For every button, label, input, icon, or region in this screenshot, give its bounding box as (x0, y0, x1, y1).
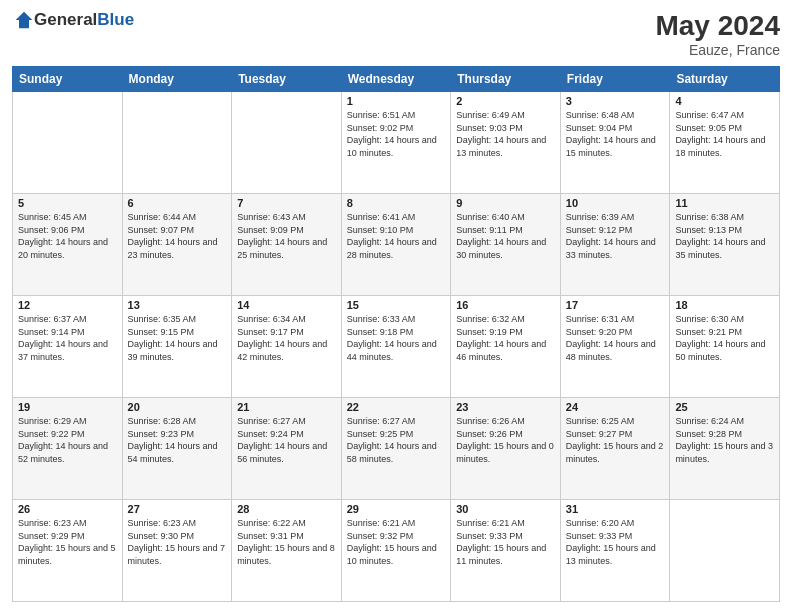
sunrise-text: Sunrise: 6:27 AM (347, 415, 446, 428)
sunset-text: Sunset: 9:19 PM (456, 326, 555, 339)
logo-icon (14, 10, 34, 30)
calendar-cell: 25Sunrise: 6:24 AMSunset: 9:28 PMDayligh… (670, 398, 780, 500)
sunset-text: Sunset: 9:03 PM (456, 122, 555, 135)
cell-content: Sunrise: 6:21 AMSunset: 9:32 PMDaylight:… (347, 517, 446, 567)
sunrise-text: Sunrise: 6:47 AM (675, 109, 774, 122)
calendar-cell: 30Sunrise: 6:21 AMSunset: 9:33 PMDayligh… (451, 500, 561, 602)
day-number: 4 (675, 95, 774, 107)
daylight-text: Daylight: 15 hours and 13 minutes. (566, 542, 665, 567)
logo: GeneralBlue (12, 10, 134, 30)
cell-content: Sunrise: 6:26 AMSunset: 9:26 PMDaylight:… (456, 415, 555, 465)
cell-content: Sunrise: 6:23 AMSunset: 9:30 PMDaylight:… (128, 517, 227, 567)
sunrise-text: Sunrise: 6:49 AM (456, 109, 555, 122)
calendar-cell: 9Sunrise: 6:40 AMSunset: 9:11 PMDaylight… (451, 194, 561, 296)
title-block: May 2024 Eauze, France (655, 10, 780, 58)
calendar-cell: 20Sunrise: 6:28 AMSunset: 9:23 PMDayligh… (122, 398, 232, 500)
daylight-text: Daylight: 15 hours and 5 minutes. (18, 542, 117, 567)
calendar-week-row: 1Sunrise: 6:51 AMSunset: 9:02 PMDaylight… (13, 92, 780, 194)
calendar-cell: 11Sunrise: 6:38 AMSunset: 9:13 PMDayligh… (670, 194, 780, 296)
sunset-text: Sunset: 9:04 PM (566, 122, 665, 135)
day-number: 10 (566, 197, 665, 209)
day-number: 22 (347, 401, 446, 413)
daylight-text: Daylight: 14 hours and 52 minutes. (18, 440, 117, 465)
day-number: 9 (456, 197, 555, 209)
day-number: 2 (456, 95, 555, 107)
calendar-cell: 10Sunrise: 6:39 AMSunset: 9:12 PMDayligh… (560, 194, 670, 296)
daylight-text: Daylight: 14 hours and 15 minutes. (566, 134, 665, 159)
sunrise-text: Sunrise: 6:31 AM (566, 313, 665, 326)
sunrise-text: Sunrise: 6:38 AM (675, 211, 774, 224)
weekday-header-cell: Sunday (13, 67, 123, 92)
calendar-cell: 6Sunrise: 6:44 AMSunset: 9:07 PMDaylight… (122, 194, 232, 296)
sunset-text: Sunset: 9:25 PM (347, 428, 446, 441)
sunrise-text: Sunrise: 6:40 AM (456, 211, 555, 224)
day-number: 12 (18, 299, 117, 311)
cell-content: Sunrise: 6:21 AMSunset: 9:33 PMDaylight:… (456, 517, 555, 567)
weekday-header-cell: Tuesday (232, 67, 342, 92)
sunrise-text: Sunrise: 6:29 AM (18, 415, 117, 428)
calendar-week-row: 5Sunrise: 6:45 AMSunset: 9:06 PMDaylight… (13, 194, 780, 296)
sunset-text: Sunset: 9:27 PM (566, 428, 665, 441)
cell-content: Sunrise: 6:24 AMSunset: 9:28 PMDaylight:… (675, 415, 774, 465)
logo-blue: Blue (97, 10, 134, 30)
sunset-text: Sunset: 9:06 PM (18, 224, 117, 237)
weekday-header-cell: Friday (560, 67, 670, 92)
calendar-cell: 18Sunrise: 6:30 AMSunset: 9:21 PMDayligh… (670, 296, 780, 398)
month-year-title: May 2024 (655, 10, 780, 42)
day-number: 15 (347, 299, 446, 311)
daylight-text: Daylight: 14 hours and 35 minutes. (675, 236, 774, 261)
day-number: 31 (566, 503, 665, 515)
header: GeneralBlue May 2024 Eauze, France (12, 10, 780, 58)
calendar-cell: 24Sunrise: 6:25 AMSunset: 9:27 PMDayligh… (560, 398, 670, 500)
sunset-text: Sunset: 9:18 PM (347, 326, 446, 339)
day-number: 23 (456, 401, 555, 413)
cell-content: Sunrise: 6:51 AMSunset: 9:02 PMDaylight:… (347, 109, 446, 159)
sunrise-text: Sunrise: 6:26 AM (456, 415, 555, 428)
daylight-text: Daylight: 14 hours and 33 minutes. (566, 236, 665, 261)
day-number: 24 (566, 401, 665, 413)
sunset-text: Sunset: 9:05 PM (675, 122, 774, 135)
sunrise-text: Sunrise: 6:23 AM (128, 517, 227, 530)
day-number: 25 (675, 401, 774, 413)
calendar-cell: 29Sunrise: 6:21 AMSunset: 9:32 PMDayligh… (341, 500, 451, 602)
sunrise-text: Sunrise: 6:43 AM (237, 211, 336, 224)
daylight-text: Daylight: 14 hours and 30 minutes. (456, 236, 555, 261)
sunset-text: Sunset: 9:24 PM (237, 428, 336, 441)
sunset-text: Sunset: 9:23 PM (128, 428, 227, 441)
weekday-header-cell: Wednesday (341, 67, 451, 92)
sunrise-text: Sunrise: 6:32 AM (456, 313, 555, 326)
cell-content: Sunrise: 6:32 AMSunset: 9:19 PMDaylight:… (456, 313, 555, 363)
weekday-header-cell: Monday (122, 67, 232, 92)
calendar-cell: 16Sunrise: 6:32 AMSunset: 9:19 PMDayligh… (451, 296, 561, 398)
daylight-text: Daylight: 14 hours and 10 minutes. (347, 134, 446, 159)
calendar-cell (13, 92, 123, 194)
sunset-text: Sunset: 9:28 PM (675, 428, 774, 441)
cell-content: Sunrise: 6:22 AMSunset: 9:31 PMDaylight:… (237, 517, 336, 567)
sunrise-text: Sunrise: 6:34 AM (237, 313, 336, 326)
logo-general: General (34, 10, 97, 30)
daylight-text: Daylight: 14 hours and 25 minutes. (237, 236, 336, 261)
calendar-cell: 27Sunrise: 6:23 AMSunset: 9:30 PMDayligh… (122, 500, 232, 602)
sunrise-text: Sunrise: 6:37 AM (18, 313, 117, 326)
calendar-cell (122, 92, 232, 194)
cell-content: Sunrise: 6:33 AMSunset: 9:18 PMDaylight:… (347, 313, 446, 363)
sunset-text: Sunset: 9:17 PM (237, 326, 336, 339)
cell-content: Sunrise: 6:30 AMSunset: 9:21 PMDaylight:… (675, 313, 774, 363)
cell-content: Sunrise: 6:34 AMSunset: 9:17 PMDaylight:… (237, 313, 336, 363)
sunset-text: Sunset: 9:26 PM (456, 428, 555, 441)
daylight-text: Daylight: 15 hours and 11 minutes. (456, 542, 555, 567)
sunset-text: Sunset: 9:33 PM (456, 530, 555, 543)
svg-marker-0 (16, 12, 33, 29)
daylight-text: Daylight: 14 hours and 13 minutes. (456, 134, 555, 159)
weekday-header-cell: Thursday (451, 67, 561, 92)
sunset-text: Sunset: 9:21 PM (675, 326, 774, 339)
weekday-header-row: SundayMondayTuesdayWednesdayThursdayFrid… (13, 67, 780, 92)
daylight-text: Daylight: 15 hours and 3 minutes. (675, 440, 774, 465)
sunrise-text: Sunrise: 6:33 AM (347, 313, 446, 326)
cell-content: Sunrise: 6:47 AMSunset: 9:05 PMDaylight:… (675, 109, 774, 159)
daylight-text: Daylight: 15 hours and 0 minutes. (456, 440, 555, 465)
sunset-text: Sunset: 9:22 PM (18, 428, 117, 441)
cell-content: Sunrise: 6:45 AMSunset: 9:06 PMDaylight:… (18, 211, 117, 261)
cell-content: Sunrise: 6:25 AMSunset: 9:27 PMDaylight:… (566, 415, 665, 465)
daylight-text: Daylight: 15 hours and 10 minutes. (347, 542, 446, 567)
